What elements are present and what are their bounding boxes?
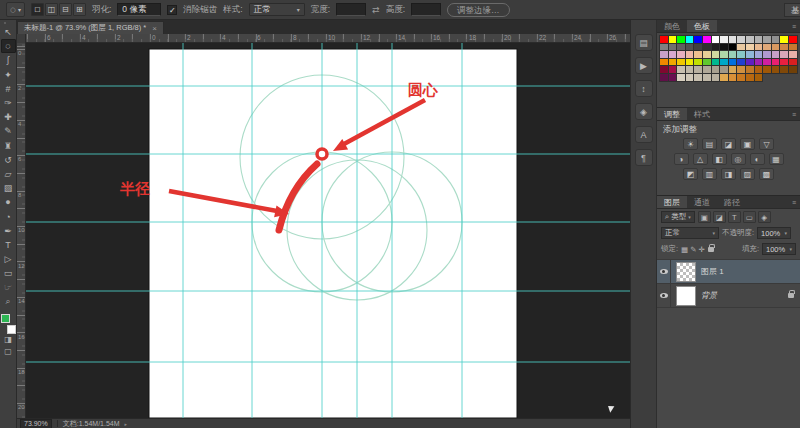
color-swatch[interactable]: [712, 59, 720, 66]
color-swatch[interactable]: [780, 66, 788, 73]
blend-mode-select[interactable]: 正常 ▾: [661, 227, 719, 239]
vertical-ruler[interactable]: 02468101214161820: [17, 43, 26, 418]
smart-object-filter-icon[interactable]: ◈: [758, 211, 771, 223]
tab-路径[interactable]: 路径: [717, 196, 747, 208]
selective-color-icon[interactable]: ▩: [759, 168, 774, 180]
zoom-tool[interactable]: ⌕: [1, 295, 16, 309]
color-swatch[interactable]: [694, 59, 702, 66]
levels-icon[interactable]: ▤: [702, 138, 717, 150]
color-swatch[interactable]: [737, 51, 745, 58]
color-swatch[interactable]: [712, 66, 720, 73]
clone-stamp-tool[interactable]: ♜: [1, 139, 16, 153]
layer-row[interactable]: 背景: [657, 284, 800, 308]
height-input[interactable]: [411, 3, 441, 16]
color-lookup-icon[interactable]: ▦: [769, 153, 784, 165]
color-swatch[interactable]: [780, 44, 788, 51]
color-swatch[interactable]: [729, 74, 737, 81]
horizontal-ruler[interactable]: 64202468101214161820222426: [17, 34, 630, 43]
healing-brush-tool[interactable]: ✚: [1, 110, 16, 124]
color-swatch[interactable]: [686, 59, 694, 66]
color-swatch[interactable]: [686, 36, 694, 43]
shape-filter-icon[interactable]: ▭: [743, 211, 756, 223]
color-swatch[interactable]: [677, 66, 685, 73]
layer-row[interactable]: 图层 1: [657, 260, 800, 284]
color-swatch[interactable]: [694, 44, 702, 51]
color-swatch[interactable]: [703, 51, 711, 58]
status-menu-icon[interactable]: ▸: [125, 421, 128, 427]
color-swatch[interactable]: [677, 59, 685, 66]
opacity-select[interactable]: 100% ▾: [757, 227, 791, 239]
lasso-tool[interactable]: ʃ: [1, 53, 16, 67]
color-swatch[interactable]: [660, 59, 668, 66]
color-swatch[interactable]: [720, 51, 728, 58]
crop-tool[interactable]: #: [1, 82, 16, 96]
canvas-artboard[interactable]: 圆心半径: [17, 43, 630, 418]
color-swatch[interactable]: [755, 66, 763, 73]
tab-图层[interactable]: 图层: [657, 196, 687, 208]
color-swatch[interactable]: [712, 36, 720, 43]
layer-filter-select[interactable]: ⌕ 类型 ▾: [661, 211, 695, 223]
elliptical-marquee-tool[interactable]: ◌: [1, 39, 16, 53]
layer-thumbnail[interactable]: [676, 262, 696, 282]
color-swatch[interactable]: [712, 74, 720, 81]
color-swatch[interactable]: [737, 66, 745, 73]
color-swatch[interactable]: [737, 36, 745, 43]
dodge-tool[interactable]: ◔: [1, 209, 16, 223]
character-panel-icon[interactable]: A: [635, 126, 653, 143]
color-swatch[interactable]: [694, 74, 702, 81]
color-swatch[interactable]: [660, 66, 668, 73]
color-swatch[interactable]: [677, 44, 685, 51]
antialias-checkbox[interactable]: ✓: [167, 5, 177, 15]
new-selection-mode[interactable]: □: [31, 3, 44, 16]
color-swatch[interactable]: [763, 36, 771, 43]
hue-saturation-icon[interactable]: ◑: [674, 153, 689, 165]
color-swatch[interactable]: [772, 44, 780, 51]
fill-select[interactable]: 100% ▾: [762, 243, 796, 255]
channel-mixer-icon[interactable]: ◐: [750, 153, 765, 165]
type-tool[interactable]: T: [1, 238, 16, 252]
color-swatch[interactable]: [720, 66, 728, 73]
vibrance-icon[interactable]: ▽: [759, 138, 774, 150]
color-swatch[interactable]: [729, 66, 737, 73]
panel-menu-icon[interactable]: ≡: [788, 108, 800, 120]
blur-tool[interactable]: ●: [1, 195, 16, 209]
color-swatch[interactable]: [780, 36, 788, 43]
type-filter-icon[interactable]: T: [728, 211, 741, 223]
palette-grip[interactable]: [4, 22, 13, 24]
color-swatch[interactable]: [677, 74, 685, 81]
ruler-corner[interactable]: [17, 34, 26, 43]
foreground-color-chip[interactable]: [1, 314, 10, 323]
color-swatch[interactable]: [660, 51, 668, 58]
photo-filter-icon[interactable]: ◎: [731, 153, 746, 165]
color-swatch[interactable]: [755, 36, 763, 43]
width-input[interactable]: [336, 3, 366, 16]
color-swatch[interactable]: [686, 74, 694, 81]
color-swatch[interactable]: [686, 66, 694, 73]
color-swatch[interactable]: [789, 66, 797, 73]
tool-preset-picker[interactable]: ◌ ▾: [6, 2, 25, 17]
properties-panel-icon[interactable]: ↕: [635, 80, 653, 97]
tab-通道[interactable]: 通道: [687, 196, 717, 208]
lock-position-icon[interactable]: ✛: [698, 245, 704, 254]
screen-mode-button[interactable]: ▢: [1, 346, 16, 358]
color-swatch[interactable]: [703, 59, 711, 66]
intersect-selection-mode[interactable]: ⊞: [73, 3, 86, 16]
paragraph-panel-icon[interactable]: ¶: [635, 149, 653, 166]
add-selection-mode[interactable]: ◫: [45, 3, 58, 16]
color-swatch[interactable]: [712, 51, 720, 58]
history-brush-tool[interactable]: ↺: [1, 153, 16, 167]
color-swatch[interactable]: [720, 36, 728, 43]
color-swatch[interactable]: [737, 74, 745, 81]
tab-颜色[interactable]: 颜色: [657, 20, 687, 32]
tab-调整[interactable]: 调整: [657, 108, 687, 120]
curves-icon[interactable]: ◪: [721, 138, 736, 150]
color-swatch[interactable]: [772, 36, 780, 43]
tab-色板[interactable]: 色板: [687, 20, 717, 32]
color-swatch[interactable]: [703, 36, 711, 43]
color-swatch[interactable]: [669, 44, 677, 51]
color-swatch[interactable]: [669, 36, 677, 43]
eyedropper-tool[interactable]: ✑: [1, 96, 16, 110]
eraser-tool[interactable]: ▱: [1, 167, 16, 181]
color-swatch[interactable]: [694, 36, 702, 43]
color-balance-icon[interactable]: △: [693, 153, 708, 165]
